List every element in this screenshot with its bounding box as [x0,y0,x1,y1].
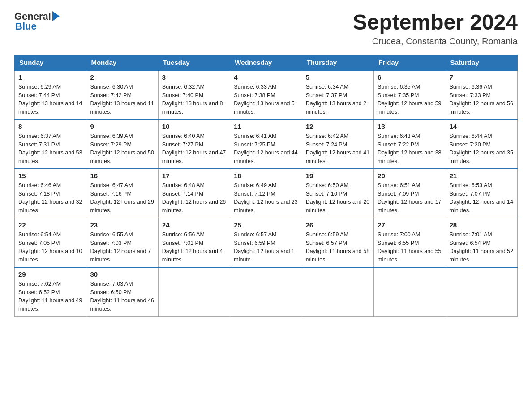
calendar-day-cell: 26Sunrise: 6:59 AMSunset: 6:57 PMDayligh… [302,218,373,267]
calendar-day-cell: 25Sunrise: 6:57 AMSunset: 6:59 PMDayligh… [230,218,302,267]
day-number: 30 [90,270,154,278]
day-info: Sunrise: 6:56 AMSunset: 7:01 PMDaylight:… [162,231,226,264]
day-info: Sunrise: 6:47 AMSunset: 7:16 PMDaylight:… [90,181,154,215]
day-info: Sunrise: 6:53 AMSunset: 7:07 PMDaylight:… [450,181,514,215]
day-info: Sunrise: 6:34 AMSunset: 7:37 PMDaylight:… [306,83,370,116]
day-info: Sunrise: 6:42 AMSunset: 7:24 PMDaylight:… [306,132,370,166]
calendar-week-row: 29Sunrise: 7:02 AMSunset: 6:52 PMDayligh… [15,267,518,317]
day-number: 22 [18,221,82,229]
calendar-day-cell: 16Sunrise: 6:47 AMSunset: 7:16 PMDayligh… [86,169,158,218]
calendar-day-cell [230,267,302,317]
day-number: 16 [90,172,154,180]
calendar-day-header: Monday [86,55,158,70]
day-number: 29 [18,270,82,278]
calendar-title: September 2024 [353,11,518,34]
day-info: Sunrise: 6:29 AMSunset: 7:44 PMDaylight:… [18,83,82,116]
day-info: Sunrise: 6:46 AMSunset: 7:18 PMDaylight:… [18,181,82,215]
calendar-day-header: Wednesday [230,55,302,70]
calendar-day-cell: 12Sunrise: 6:42 AMSunset: 7:24 PMDayligh… [302,120,373,169]
day-info: Sunrise: 6:54 AMSunset: 7:05 PMDaylight:… [18,231,82,264]
day-info: Sunrise: 7:02 AMSunset: 6:52 PMDaylight:… [18,280,82,313]
day-info: Sunrise: 6:32 AMSunset: 7:40 PMDaylight:… [162,83,226,116]
calendar-header-row: SundayMondayTuesdayWednesdayThursdayFrid… [15,55,518,70]
day-info: Sunrise: 6:49 AMSunset: 7:12 PMDaylight:… [234,181,298,215]
calendar-day-cell: 5Sunrise: 6:34 AMSunset: 7:37 PMDaylight… [302,70,373,120]
calendar-day-cell: 11Sunrise: 6:41 AMSunset: 7:25 PMDayligh… [230,120,302,169]
calendar-day-cell [374,267,446,317]
logo: General Blue [14,11,60,32]
calendar-week-row: 15Sunrise: 6:46 AMSunset: 7:18 PMDayligh… [15,169,518,218]
day-number: 7 [450,73,514,81]
day-number: 14 [450,123,514,130]
day-info: Sunrise: 6:44 AMSunset: 7:20 PMDaylight:… [450,132,514,166]
calendar-day-cell [158,267,230,317]
calendar-day-cell: 3Sunrise: 6:32 AMSunset: 7:40 PMDaylight… [158,70,230,120]
day-number: 24 [162,221,226,229]
calendar-day-cell: 10Sunrise: 6:40 AMSunset: 7:27 PMDayligh… [158,120,230,169]
day-number: 4 [234,73,298,81]
day-info: Sunrise: 7:00 AMSunset: 6:55 PMDaylight:… [378,231,442,264]
calendar-day-cell: 23Sunrise: 6:55 AMSunset: 7:03 PMDayligh… [86,218,158,267]
day-number: 19 [306,172,370,180]
day-info: Sunrise: 6:57 AMSunset: 6:59 PMDaylight:… [234,231,298,264]
calendar-day-cell: 21Sunrise: 6:53 AMSunset: 7:07 PMDayligh… [446,169,517,218]
calendar-day-cell: 19Sunrise: 6:50 AMSunset: 7:10 PMDayligh… [302,169,373,218]
calendar-day-cell: 17Sunrise: 6:48 AMSunset: 7:14 PMDayligh… [158,169,230,218]
day-number: 11 [234,123,298,130]
day-info: Sunrise: 6:50 AMSunset: 7:10 PMDaylight:… [306,181,370,215]
day-number: 9 [90,123,154,130]
day-number: 3 [162,73,226,81]
day-info: Sunrise: 6:40 AMSunset: 7:27 PMDaylight:… [162,132,226,166]
calendar-day-cell: 8Sunrise: 6:37 AMSunset: 7:31 PMDaylight… [15,120,86,169]
calendar-day-cell [302,267,373,317]
day-info: Sunrise: 6:39 AMSunset: 7:29 PMDaylight:… [90,132,154,166]
day-info: Sunrise: 7:01 AMSunset: 6:54 PMDaylight:… [450,231,514,264]
day-number: 1 [18,73,82,81]
day-number: 13 [378,123,442,130]
calendar-week-row: 8Sunrise: 6:37 AMSunset: 7:31 PMDaylight… [15,120,518,169]
calendar-day-header: Friday [374,55,446,70]
calendar-day-cell: 1Sunrise: 6:29 AMSunset: 7:44 PMDaylight… [15,70,86,120]
day-info: Sunrise: 6:59 AMSunset: 6:57 PMDaylight:… [306,231,370,264]
day-number: 2 [90,73,154,81]
day-number: 6 [378,73,442,81]
calendar-subtitle: Crucea, Constanta County, Romania [353,36,518,47]
logo-blue-text: Blue [14,21,37,32]
page-header: General Blue September 2024 Crucea, Cons… [14,11,518,47]
day-info: Sunrise: 6:30 AMSunset: 7:42 PMDaylight:… [90,83,154,116]
calendar-day-cell: 7Sunrise: 6:36 AMSunset: 7:33 PMDaylight… [446,70,517,120]
calendar-day-cell: 15Sunrise: 6:46 AMSunset: 7:18 PMDayligh… [15,169,86,218]
day-info: Sunrise: 6:48 AMSunset: 7:14 PMDaylight:… [162,181,226,215]
day-number: 20 [378,172,442,180]
calendar-day-cell [446,267,517,317]
calendar-day-cell: 22Sunrise: 6:54 AMSunset: 7:05 PMDayligh… [15,218,86,267]
calendar-day-cell: 18Sunrise: 6:49 AMSunset: 7:12 PMDayligh… [230,169,302,218]
day-number: 18 [234,172,298,180]
calendar-day-cell: 6Sunrise: 6:35 AMSunset: 7:35 PMDaylight… [374,70,446,120]
day-number: 10 [162,123,226,130]
day-info: Sunrise: 6:43 AMSunset: 7:22 PMDaylight:… [378,132,442,166]
day-info: Sunrise: 6:41 AMSunset: 7:25 PMDaylight:… [234,132,298,166]
calendar-day-cell: 4Sunrise: 6:33 AMSunset: 7:38 PMDaylight… [230,70,302,120]
day-number: 5 [306,73,370,81]
calendar-day-cell: 28Sunrise: 7:01 AMSunset: 6:54 PMDayligh… [446,218,517,267]
day-number: 12 [306,123,370,130]
calendar-day-cell: 30Sunrise: 7:03 AMSunset: 6:50 PMDayligh… [86,267,158,317]
title-block: September 2024 Crucea, Constanta County,… [353,11,518,47]
day-info: Sunrise: 6:33 AMSunset: 7:38 PMDaylight:… [234,83,298,116]
day-number: 26 [306,221,370,229]
calendar-day-cell: 2Sunrise: 6:30 AMSunset: 7:42 PMDaylight… [86,70,158,120]
day-number: 8 [18,123,82,130]
calendar-day-header: Thursday [302,55,373,70]
logo-triangle-icon [52,11,60,21]
day-info: Sunrise: 6:35 AMSunset: 7:35 PMDaylight:… [378,83,442,116]
day-number: 21 [450,172,514,180]
calendar-day-header: Tuesday [158,55,230,70]
day-number: 23 [90,221,154,229]
day-number: 28 [450,221,514,229]
calendar-day-cell: 9Sunrise: 6:39 AMSunset: 7:29 PMDaylight… [86,120,158,169]
day-info: Sunrise: 6:55 AMSunset: 7:03 PMDaylight:… [90,231,154,264]
calendar-table: SundayMondayTuesdayWednesdayThursdayFrid… [14,55,518,317]
calendar-day-cell: 27Sunrise: 7:00 AMSunset: 6:55 PMDayligh… [374,218,446,267]
calendar-day-header: Sunday [15,55,86,70]
